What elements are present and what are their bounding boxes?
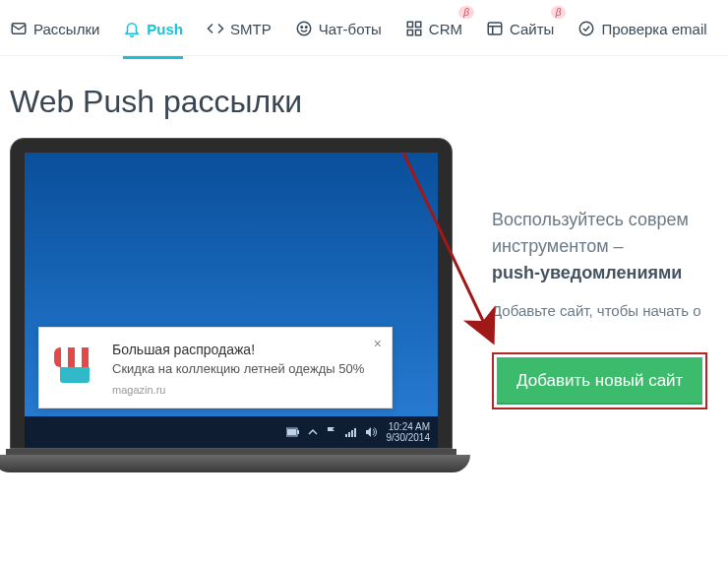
taskbar-date: 9/30/2014	[387, 432, 431, 443]
svg-point-9	[580, 22, 594, 35]
laptop-screen: × Большая распродажа! Скидка на коллекци…	[25, 153, 438, 448]
svg-rect-12	[287, 429, 296, 435]
svg-rect-8	[488, 23, 502, 34]
chat-icon	[295, 20, 313, 37]
code-icon	[207, 20, 224, 37]
svg-rect-15	[351, 430, 353, 437]
page-title: Web Push рассылки	[0, 56, 728, 138]
mail-icon	[10, 20, 28, 37]
nav-label: Чат-боты	[319, 21, 382, 37]
beta-badge: β	[551, 6, 567, 19]
laptop-bezel: × Большая распродажа! Скидка на коллекци…	[10, 138, 453, 449]
nav-item-push[interactable]: Push	[123, 20, 183, 41]
nav-label: CRM	[429, 21, 462, 37]
svg-rect-16	[354, 428, 356, 437]
layout-icon	[486, 20, 504, 37]
promo-strong: push-уведомлениями	[492, 260, 707, 286]
storefront-icon	[54, 347, 95, 383]
battery-icon	[286, 427, 300, 437]
laptop-mockup: × Большая распродажа! Скидка на коллекци…	[10, 138, 453, 472]
svg-rect-11	[297, 430, 299, 434]
taskbar-clock: 10:24 AM 9/30/2014	[387, 421, 431, 443]
svg-rect-5	[415, 22, 420, 27]
top-nav: Рассылки Push SMTP Чат-боты CRM β Сайты …	[0, 0, 728, 56]
bell-icon	[123, 20, 141, 37]
notification-domain: magazin.ru	[112, 384, 380, 396]
svg-point-2	[301, 27, 303, 29]
svg-point-1	[297, 22, 311, 35]
push-notification: × Большая распродажа! Скидка на коллекци…	[38, 327, 393, 408]
close-icon[interactable]: ×	[374, 336, 382, 351]
grid-icon	[405, 20, 423, 37]
promo-sub: Добавьте сайт, чтобы начать о	[492, 300, 707, 323]
tray-icons	[286, 426, 377, 438]
chevron-up-icon	[308, 427, 318, 437]
flag-icon	[326, 426, 337, 438]
notification-icon	[51, 342, 98, 389]
notification-body: Скидка на коллекцию летней одежды 50%	[112, 361, 380, 376]
svg-rect-6	[407, 31, 412, 35]
nav-label: SMTP	[230, 21, 272, 37]
nav-item-chatbots[interactable]: Чат-боты	[295, 20, 382, 41]
nav-item-smtp[interactable]: SMTP	[207, 20, 272, 41]
check-circle-icon	[577, 20, 595, 37]
svg-point-3	[305, 27, 307, 29]
nav-label: Сайты	[510, 21, 554, 37]
add-site-button[interactable]: Добавить новый сайт	[497, 357, 702, 405]
notification-text: Большая распродажа! Скидка на коллекцию …	[112, 342, 380, 396]
nav-item-email-check[interactable]: Проверка email	[577, 20, 706, 41]
content-row: × Большая распродажа! Скидка на коллекци…	[0, 138, 728, 472]
volume-icon	[365, 426, 377, 438]
nav-label: Проверка email	[601, 21, 706, 37]
cta-highlight-box: Добавить новый сайт	[492, 352, 707, 409]
beta-badge: β	[458, 6, 474, 19]
svg-rect-14	[348, 432, 350, 437]
nav-item-mailings[interactable]: Рассылки	[10, 20, 99, 41]
svg-rect-4	[407, 22, 412, 27]
svg-rect-13	[345, 434, 347, 437]
windows-taskbar: 10:24 AM 9/30/2014	[25, 416, 438, 448]
promo-line1: Воспользуйтесь соврем	[492, 207, 707, 233]
nav-item-crm[interactable]: CRM β	[405, 20, 462, 41]
network-icon	[345, 427, 357, 437]
svg-rect-7	[415, 31, 420, 35]
laptop-base	[0, 455, 470, 472]
nav-label: Push	[147, 21, 183, 37]
nav-item-sites[interactable]: Сайты β	[486, 20, 554, 41]
notification-title: Большая распродажа!	[112, 342, 380, 357]
taskbar-time: 10:24 AM	[387, 421, 431, 432]
promo-column: Воспользуйтесь соврем инструментом – pus…	[492, 138, 707, 409]
promo-line2: инструментом –	[492, 233, 707, 260]
nav-label: Рассылки	[33, 21, 99, 37]
